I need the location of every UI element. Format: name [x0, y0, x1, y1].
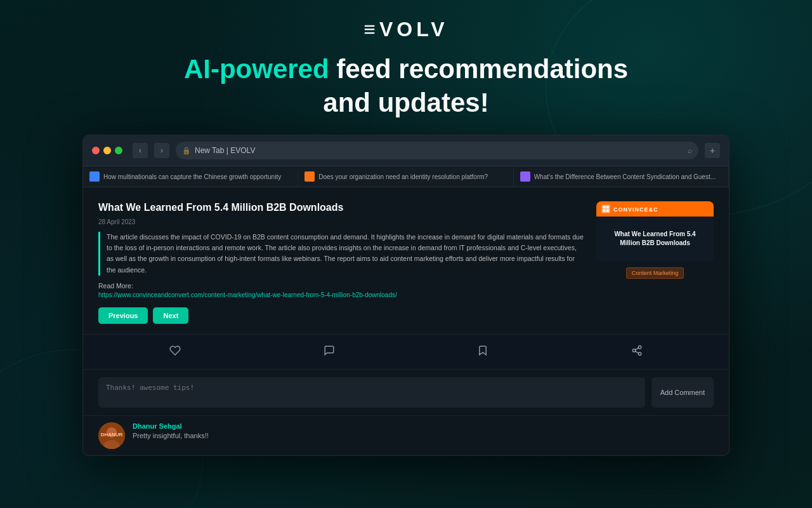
- article-right: CONVINCE&CONVERT What We Learned From 5.…: [596, 201, 714, 324]
- article-date: 28 April 2023: [98, 218, 585, 225]
- avatar: DHANUR: [98, 422, 125, 449]
- headline-line1: AI-powered feed recommendations: [184, 53, 628, 86]
- headline-rest: feed recommendations: [329, 54, 628, 84]
- headline-ai-powered: AI-powered: [184, 54, 329, 84]
- svg-text:DHANUR: DHANUR: [101, 432, 123, 438]
- brand-logo: CONVINCE&CONVERT: [613, 205, 658, 213]
- browser-mockup: ‹ › 🔒 New Tab | EVOLV ⌕ + How multinatio…: [82, 135, 730, 456]
- search-icon: ⌕: [688, 146, 692, 155]
- lock-icon: 🔒: [182, 147, 191, 155]
- logo-text: ≡VOLV: [363, 18, 448, 41]
- brand-icon: [601, 204, 610, 213]
- tab-title-2: Does your organization need an identity …: [318, 173, 488, 180]
- comment-input-area: Add Comment: [83, 369, 729, 415]
- user-comment-text: Pretty insightful, thanks!!: [133, 432, 209, 439]
- bookmark-action[interactable]: [406, 341, 560, 363]
- category-badge-wrapper: Content Marketing: [596, 266, 714, 279]
- user-name: Dhanur Sehgal: [133, 422, 209, 430]
- minimize-button[interactable]: [103, 147, 111, 154]
- comment-action[interactable]: [252, 341, 407, 363]
- comment-input[interactable]: [98, 377, 645, 408]
- article-left: What We Learned From 5.4 Million B2B Dow…: [98, 201, 585, 324]
- traffic-lights: [92, 147, 122, 154]
- previous-button[interactable]: Previous: [98, 307, 148, 324]
- tab-bar: How multinationals can capture the Chine…: [83, 166, 729, 187]
- svg-point-7: [638, 352, 641, 356]
- tab-title-1: How multinationals can capture the Chine…: [103, 173, 281, 180]
- next-button[interactable]: Next: [153, 307, 188, 324]
- close-button[interactable]: [92, 147, 100, 154]
- svg-text:CONVINCE&CONVERT: CONVINCE&CONVERT: [613, 206, 658, 213]
- logo: ≡VOLV: [363, 18, 448, 41]
- forward-button[interactable]: ›: [154, 143, 169, 158]
- bookmark-icon: [477, 345, 488, 359]
- category-badge: Content Marketing: [626, 267, 684, 279]
- read-more-label: Read More:: [98, 282, 585, 290]
- headline: AI-powered feed recommendations and upda…: [184, 53, 628, 119]
- action-bar: [83, 334, 729, 369]
- maximize-button[interactable]: [115, 147, 122, 154]
- article-title: What We Learned From 5.4 Million B2B Dow…: [98, 201, 585, 215]
- like-action[interactable]: [98, 341, 252, 363]
- user-comment-area: DHANUR Dhanur Sehgal Pretty insightful, …: [83, 415, 729, 455]
- article-image-card: CONVINCE&CONVERT What We Learned From 5.…: [596, 201, 714, 261]
- tab-thumb-2: [304, 171, 315, 182]
- like-icon: [169, 345, 181, 359]
- svg-rect-2: [603, 210, 606, 213]
- tab-item-3[interactable]: What's the Difference Between Content Sy…: [514, 166, 729, 187]
- url-text: New Tab | EVOLV: [195, 146, 255, 155]
- user-comment-body: Dhanur Sehgal Pretty insightful, thanks!…: [133, 422, 209, 439]
- share-action[interactable]: [560, 341, 714, 363]
- add-comment-button[interactable]: Add Comment: [652, 377, 714, 408]
- svg-point-5: [638, 346, 641, 349]
- address-bar[interactable]: 🔒 New Tab | EVOLV ⌕: [176, 142, 698, 159]
- headline-line2: and updates!: [184, 86, 628, 120]
- tab-item-2[interactable]: Does your organization need an identity …: [298, 166, 513, 187]
- tab-item-1[interactable]: How multinationals can capture the Chine…: [83, 166, 298, 187]
- tab-thumb-3: [520, 171, 530, 182]
- read-more-link[interactable]: https://www.convinceandconvert.com/conte…: [98, 291, 585, 298]
- article-blockquote: The article discusses the impact of COVI…: [98, 232, 585, 276]
- article-body: The article discusses the impact of COVI…: [107, 232, 585, 276]
- svg-rect-1: [606, 206, 610, 209]
- back-button[interactable]: ‹: [133, 143, 148, 158]
- tab-title-3: What's the Difference Between Content Sy…: [534, 173, 716, 180]
- article-image-title: What We Learned From 5.4 Million B2B Dow…: [605, 230, 705, 248]
- article-image-body: What We Learned From 5.4 Million B2B Dow…: [596, 217, 714, 261]
- share-icon: [631, 345, 643, 359]
- svg-rect-3: [606, 210, 610, 213]
- article-area: What We Learned From 5.4 Million B2B Dow…: [83, 187, 729, 334]
- tab-thumb-1: [89, 171, 100, 182]
- browser-toolbar: ‹ › 🔒 New Tab | EVOLV ⌕ +: [83, 135, 729, 166]
- svg-rect-0: [603, 206, 606, 209]
- svg-line-8: [635, 351, 638, 353]
- svg-line-9: [635, 348, 638, 350]
- svg-point-6: [632, 349, 636, 352]
- article-nav-buttons: Previous Next: [98, 307, 585, 324]
- article-image-header: CONVINCE&CONVERT: [596, 201, 714, 217]
- new-tab-button[interactable]: +: [705, 143, 720, 158]
- comment-icon: [324, 345, 335, 359]
